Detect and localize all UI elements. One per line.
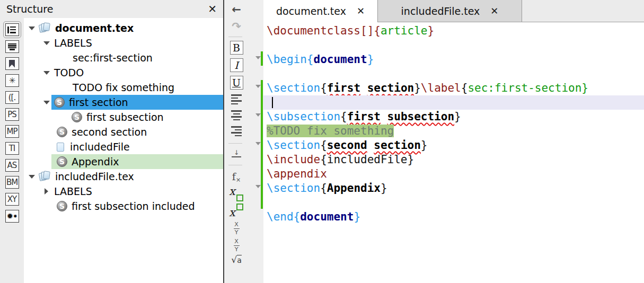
structure-panel: Structure ✕ ✳([.PSMPTIASBMXY✹✸ document.… [0,0,223,283]
align-left-button[interactable] [225,94,248,104]
structure-icon [5,23,19,36]
code-view[interactable]: \documentclass[]{article}\begin{document… [263,22,644,224]
structure-panel-close-icon[interactable]: ✕ [208,4,217,14]
code-line-3[interactable]: \begin{document} [263,52,644,67]
symbols-icon: ✳ [5,74,19,87]
subscript-icon: x [229,187,244,200]
tree-item-first-section[interactable]: Sfirst section [24,95,223,110]
side-tab-bookmarks[interactable] [5,57,20,70]
tab-close-icon[interactable]: ✕ [357,6,365,16]
file-icon [57,143,64,152]
align-right-button[interactable] [225,126,248,136]
undo-button[interactable]: ← [225,4,248,15]
tree-item-document-tex[interactable]: document.tex [24,21,223,36]
tree-item-includedfile-tex[interactable]: includedFile.tex [24,169,223,184]
tab-label: document.tex [276,5,346,17]
structure-panel-header: Structure ✕ [0,0,223,18]
tree-item-first-subsection-included[interactable]: Sfirst subsection included [24,199,223,214]
underline-button[interactable]: U [225,76,248,90]
side-tab-document-lines[interactable] [5,40,20,54]
italic-icon: I [230,58,243,72]
fold-marker[interactable] [255,185,261,188]
expander-open-icon[interactable] [43,69,50,76]
side-tab-user-symbols[interactable]: ✹✸ [5,209,20,223]
code-line-10[interactable]: \include{includedFile} [263,153,644,167]
tree-item-todo[interactable]: TODO [24,65,223,80]
expander-open-icon[interactable] [28,25,35,32]
code-line-7[interactable]: \subsection{first subsection} [263,110,644,124]
bold-icon: B [230,41,243,55]
italic-button[interactable]: I [225,58,248,72]
superscript-button[interactable]: x [225,204,248,217]
fold-marker[interactable] [255,56,261,59]
tab-document-tex[interactable]: document.tex✕ [263,0,378,22]
bold-button[interactable]: B [225,41,248,55]
line-break-button[interactable]: ↓ [225,149,248,157]
tree-item-includedfile[interactable]: includedFile [24,139,223,154]
code-line-8[interactable]: %TODO fix something [263,124,644,138]
code-line-4[interactable] [263,67,644,81]
tree-item-labels[interactable]: LABELS [24,184,223,199]
tree-item-sec-first-section[interactable]: sec:first-section [24,50,223,65]
user-symbols-icon: ✹✸ [5,210,19,223]
tree-item-todo-fix-something[interactable]: TODO fix something [24,80,223,95]
side-tab-symbols[interactable]: ✳ [5,74,20,87]
editor-area: document.tex✕includedFile.tex✕ \document… [263,0,644,283]
tree-item-labels[interactable]: LABELS [24,36,223,50]
asymptote-icon: AS [5,159,19,172]
code-line-5[interactable]: \section{first section}\label{sec:first-… [263,81,644,95]
side-tab-xypic[interactable]: XY [5,192,20,206]
code-line-6[interactable] [263,95,644,110]
side-tab-beamer[interactable]: BM [5,175,20,189]
side-tab-metapost[interactable]: MP [5,125,20,138]
tree-item-first-subsection[interactable]: Sfirst subsection [24,110,223,125]
modified-lines-bar [261,51,263,66]
fold-marker[interactable] [255,142,261,145]
code-line-14[interactable]: \end{document} [263,210,644,224]
structure-panel-body: ✳([.PSMPTIASBMXY✹✸ document.texLABELSsec… [0,18,223,283]
fold-marker[interactable] [255,113,261,117]
align-center-icon [231,110,242,120]
square-root-button[interactable]: √a [225,255,248,264]
section-icon: S [57,201,67,211]
superscript-icon: x [229,204,244,217]
align-center-button[interactable] [225,110,248,120]
code-line-2[interactable] [263,38,644,52]
fraction-button[interactable]: XY [225,222,248,236]
code-line-1[interactable]: \documentclass[]{article} [263,24,644,38]
tab-close-icon[interactable]: ✕ [490,6,498,16]
structure-panel-title: Structure [6,3,53,15]
code-line-13[interactable] [263,196,644,210]
tree-item-appendix[interactable]: SAppendix [24,154,223,169]
code-line-9[interactable]: \section{second section} [263,138,644,153]
side-tab-structure[interactable] [5,23,20,37]
tree-item-label: first subsection [86,111,164,123]
side-tab-asymptote[interactable]: AS [5,158,20,172]
tab-includedFile-tex[interactable]: includedFile.tex✕ [378,0,522,22]
dfraction-button[interactable]: XY [225,238,248,253]
tab-label: includedFile.tex [401,5,480,17]
inline-math-icon: f× [232,172,241,183]
bookmarks-icon [5,57,19,70]
redo-button[interactable]: ↷ [225,21,248,32]
code-line-11[interactable]: \appendix [263,167,644,181]
tree-item-label: TODO fix something [73,82,174,93]
delimiters-icon: ([. [5,91,19,104]
expander-open-icon[interactable] [43,99,50,106]
xypic-icon: XY [5,193,19,206]
underline-icon: U [230,76,243,90]
fold-marker[interactable] [255,85,261,88]
side-tab-delimiters[interactable]: ([. [5,91,20,104]
expander-closed-icon[interactable] [43,188,50,195]
side-tab-tikz[interactable]: TI [5,142,20,155]
tree-item-second-section[interactable]: Ssecond section [24,125,223,139]
inline-math-button[interactable]: f× [225,172,248,183]
toolbar-separator [228,165,242,165]
expander-open-icon[interactable] [28,173,35,180]
pstricks-icon: PS [5,108,19,121]
expander-open-icon[interactable] [43,40,50,47]
code-line-12[interactable]: \section{Appendix} [263,181,644,196]
section-icon: S [72,112,82,122]
side-tab-pstricks[interactable]: PS [5,108,20,121]
subscript-button[interactable]: x [225,187,248,200]
